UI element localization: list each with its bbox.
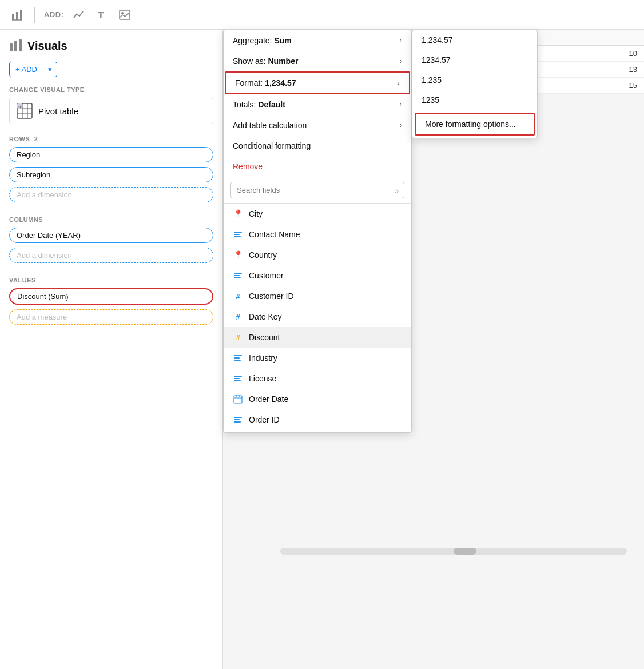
menu-totals[interactable]: Totals: Default › (224, 94, 411, 115)
svg-text:T: T (98, 10, 104, 20)
visual-type-box[interactable]: Pivot table (9, 98, 213, 124)
field-list-item-country[interactable]: 📍 Country (224, 245, 411, 265)
number-icon: # (233, 312, 243, 322)
format-option-2[interactable]: 1234.57 (412, 50, 537, 70)
table-col-header-2 (567, 30, 644, 45)
left-panel: Visuals + ADD ▾ CHANGE VISUAL TYPE Pivot… (0, 30, 223, 669)
svg-rect-17 (234, 234, 240, 235)
field-list: 📍 City Contact Name 📍 Country Customer #… (224, 204, 411, 432)
text-icon[interactable]: T (94, 7, 110, 23)
chart-icon[interactable] (9, 7, 25, 23)
search-icon: ⌕ (394, 186, 399, 195)
svg-point-6 (121, 12, 124, 14)
field-list-item-customer-id[interactable]: # Customer ID (224, 286, 411, 306)
string-icon (233, 270, 243, 281)
field-list-item-license[interactable]: License (224, 368, 411, 389)
string-icon (233, 229, 243, 240)
columns-section: COLUMNS Order Date (YEAR) Add a dimensio… (9, 216, 213, 268)
svg-rect-24 (234, 360, 241, 361)
field-list-item-industry[interactable]: Industry (224, 348, 411, 368)
chevron-right-icon: › (400, 121, 402, 129)
svg-rect-26 (234, 378, 240, 379)
field-region[interactable]: Region (9, 147, 213, 162)
field-list-item-date-key[interactable]: # Date Key (224, 306, 411, 327)
number-icon: # (233, 332, 243, 343)
svg-rect-16 (234, 232, 242, 233)
svg-rect-22 (234, 355, 242, 356)
menu-conditional-formatting[interactable]: Conditional formatting (224, 136, 411, 156)
chevron-right-icon: › (400, 37, 402, 45)
svg-rect-27 (234, 380, 241, 381)
search-box: ⌕ (224, 177, 411, 204)
context-menu: Aggregate: Sum › Show as: Number › Forma… (223, 30, 412, 433)
field-subregion[interactable]: Subregion (9, 167, 213, 182)
field-discount-sum[interactable]: Discount (Sum) (9, 288, 213, 305)
add-measure[interactable]: Add a measure (9, 309, 213, 325)
svg-rect-28 (234, 396, 242, 403)
field-list-item-order-id[interactable]: Order ID (224, 409, 411, 430)
menu-remove[interactable]: Remove (224, 156, 411, 177)
field-list-item-discount[interactable]: # Discount (224, 327, 411, 348)
toolbar-add-label: ADD: (44, 10, 64, 19)
search-input[interactable] (230, 182, 404, 198)
svg-rect-23 (234, 357, 240, 359)
visuals-icon (9, 39, 23, 53)
svg-rect-33 (234, 419, 240, 420)
add-dimension-rows[interactable]: Add a dimension (9, 187, 213, 202)
add-button[interactable]: + ADD (9, 62, 43, 77)
scroll-track[interactable] (280, 548, 627, 555)
rows-section: ROWS 2 Region Subregion Add a dimension (9, 136, 213, 207)
format-option-3[interactable]: 1,235 (412, 70, 537, 90)
svg-rect-0 (12, 14, 14, 20)
field-list-item-order-date[interactable]: Order Date (224, 389, 411, 409)
geo-icon: 📍 (233, 250, 243, 260)
more-formatting-button[interactable]: More formatting options... (415, 113, 535, 136)
svg-rect-7 (10, 43, 13, 51)
chevron-right-icon: › (400, 57, 402, 65)
menu-aggregate[interactable]: Aggregate: Sum › (224, 30, 411, 51)
values-section: VALUES Discount (Sum) Add a measure (9, 277, 213, 329)
chevron-right-icon: › (397, 79, 400, 87)
svg-rect-21 (234, 277, 241, 278)
field-order-date[interactable]: Order Date (YEAR) (9, 228, 213, 243)
field-list-item-contact-name[interactable]: Contact Name (224, 224, 411, 245)
field-list-item-product[interactable]: Product (224, 430, 411, 432)
svg-rect-34 (234, 421, 241, 423)
add-btn-group: + ADD ▾ (9, 62, 213, 77)
svg-rect-8 (14, 41, 17, 51)
svg-rect-2 (20, 10, 22, 20)
string-icon (233, 353, 243, 363)
pivot-table-icon (17, 103, 33, 119)
svg-rect-25 (234, 376, 242, 377)
svg-rect-5 (120, 10, 130, 19)
format-option-1[interactable]: 1,234.57 (412, 30, 537, 50)
scroll-thumb[interactable] (454, 548, 476, 555)
svg-rect-20 (234, 275, 240, 276)
svg-rect-32 (234, 417, 242, 418)
date-icon (233, 394, 243, 404)
image-icon[interactable] (117, 7, 133, 23)
string-icon (233, 415, 243, 425)
field-list-item-city[interactable]: 📍 City (224, 204, 411, 224)
field-list-item-customer[interactable]: Customer (224, 265, 411, 286)
menu-show-as[interactable]: Show as: Number › (224, 51, 411, 71)
svg-rect-1 (16, 12, 18, 20)
panel-title: Visuals (9, 39, 213, 53)
format-flyout: 1,234.57 1234.57 1,235 1235 More formatt… (412, 30, 538, 138)
add-dropdown-button[interactable]: ▾ (43, 62, 57, 77)
toolbar-divider (34, 7, 35, 23)
geo-icon: 📍 (233, 209, 243, 219)
toolbar: ADD: T (0, 0, 644, 30)
chevron-right-icon: › (400, 101, 402, 109)
string-icon (233, 373, 243, 384)
change-visual-label: CHANGE VISUAL TYPE (9, 86, 213, 93)
svg-rect-9 (19, 39, 22, 51)
format-option-4[interactable]: 1235 (412, 90, 537, 110)
add-dimension-columns[interactable]: Add a dimension (9, 248, 213, 263)
svg-rect-19 (234, 273, 242, 274)
svg-rect-18 (234, 236, 241, 237)
svg-rect-15 (17, 103, 22, 109)
menu-format[interactable]: Format: 1,234.57 › (225, 71, 410, 94)
menu-table-calc[interactable]: Add table calculation › (224, 115, 411, 136)
trend-icon[interactable] (71, 7, 87, 23)
